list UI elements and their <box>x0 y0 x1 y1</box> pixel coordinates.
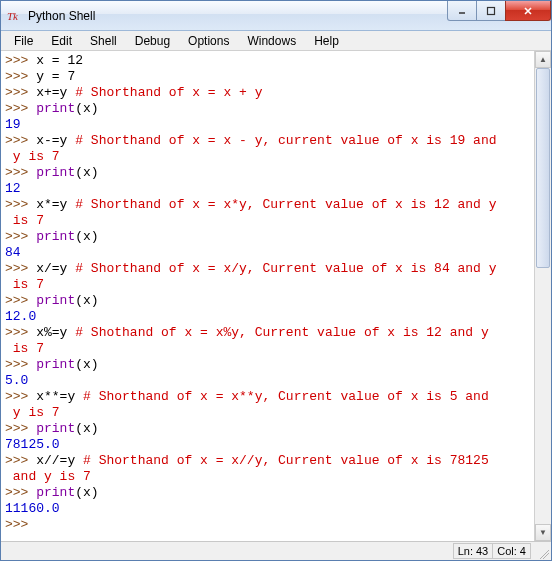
svg-text:Tk: Tk <box>7 10 19 22</box>
content-area: >>> x = 12>>> y = 7>>> x+=y # Shorthand … <box>1 51 551 541</box>
close-button[interactable] <box>505 1 551 21</box>
status-line: Ln: 43 <box>453 543 494 559</box>
menubar: File Edit Shell Debug Options Windows He… <box>1 31 551 51</box>
menu-shell[interactable]: Shell <box>81 32 126 50</box>
menu-help[interactable]: Help <box>305 32 348 50</box>
maximize-button[interactable] <box>476 1 506 21</box>
menu-file[interactable]: File <box>5 32 42 50</box>
tk-app-icon: Tk <box>7 8 23 24</box>
resize-grip-icon[interactable] <box>533 543 549 559</box>
statusbar: Ln: 43 Col: 4 <box>1 541 551 560</box>
scroll-up-arrow-icon[interactable]: ▲ <box>535 51 551 68</box>
scroll-down-arrow-icon[interactable]: ▼ <box>535 524 551 541</box>
svg-rect-2 <box>488 7 495 14</box>
menu-options[interactable]: Options <box>179 32 238 50</box>
window-controls <box>448 1 551 21</box>
window-title: Python Shell <box>28 9 95 23</box>
menu-edit[interactable]: Edit <box>42 32 81 50</box>
minimize-button[interactable] <box>447 1 477 21</box>
menu-windows[interactable]: Windows <box>238 32 305 50</box>
shell-text-area[interactable]: >>> x = 12>>> y = 7>>> x+=y # Shorthand … <box>1 51 534 541</box>
scroll-thumb[interactable] <box>536 68 550 268</box>
status-col: Col: 4 <box>492 543 531 559</box>
menu-debug[interactable]: Debug <box>126 32 179 50</box>
window-titlebar: Tk Python Shell <box>1 1 551 31</box>
vertical-scrollbar[interactable]: ▲ ▼ <box>534 51 551 541</box>
